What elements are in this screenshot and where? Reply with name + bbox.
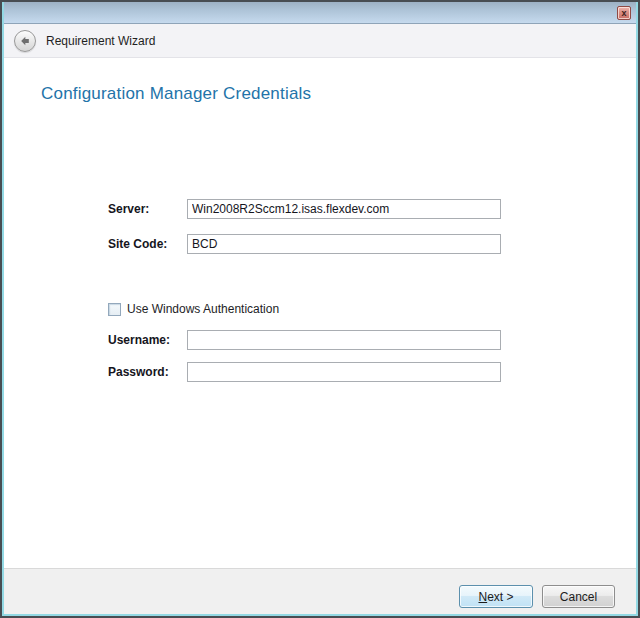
username-label: Username:: [108, 333, 170, 347]
site-code-input[interactable]: [187, 234, 501, 254]
window-frame: x Requirement Wizard Configuration Manag…: [2, 2, 638, 616]
close-icon[interactable]: x: [617, 6, 631, 20]
windows-auth-checkbox[interactable]: [108, 303, 121, 316]
wizard-header: Requirement Wizard: [4, 24, 636, 58]
server-label: Server:: [108, 202, 149, 216]
site-code-label: Site Code:: [108, 237, 167, 251]
wizard-title: Requirement Wizard: [46, 34, 155, 48]
back-button[interactable]: [14, 30, 36, 52]
titlebar: x: [4, 2, 636, 24]
windows-auth-row: Use Windows Authentication: [108, 302, 279, 316]
back-arrow-icon: [18, 34, 32, 48]
next-button-label: ext >: [487, 590, 513, 604]
next-button[interactable]: Next >: [459, 585, 533, 608]
username-input[interactable]: [187, 330, 501, 350]
password-label: Password:: [108, 365, 169, 379]
next-button-mnemonic: N: [478, 590, 487, 604]
cancel-button[interactable]: Cancel: [542, 585, 615, 608]
wizard-window: x Requirement Wizard Configuration Manag…: [0, 0, 640, 618]
page-title: Configuration Manager Credentials: [41, 84, 311, 104]
server-input[interactable]: [187, 199, 501, 219]
page-content: Configuration Manager Credentials Server…: [4, 58, 636, 568]
footer-bar: Next > Cancel: [4, 568, 636, 614]
windows-auth-label: Use Windows Authentication: [127, 302, 279, 316]
password-input[interactable]: [187, 362, 501, 382]
